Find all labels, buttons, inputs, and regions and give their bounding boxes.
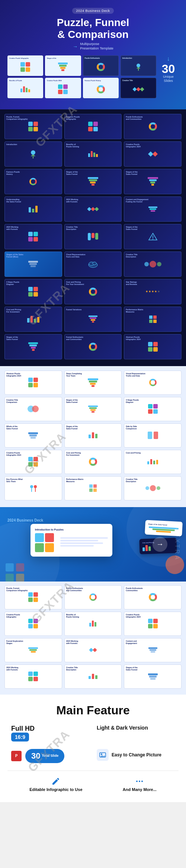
light-slide-7: Whole of theSales Funnel	[4, 423, 62, 448]
feature-version-text: Light & Dark Version	[97, 725, 175, 731]
mockup-text	[60, 537, 108, 548]
dark-slide-12: Content and EngagementFueling the Funnel	[124, 196, 182, 222]
picture-icon	[99, 751, 106, 759]
second-light-slide-8: 2024 Workingwith Funnels	[64, 638, 122, 662]
second-light-slide-3: Puzzle EnthusiastsCommunities	[124, 585, 182, 609]
svg-point-20	[34, 485, 37, 488]
dark-slides-grid-6: Stages of the SalesFunnel (Blue) Cloud R…	[4, 252, 182, 277]
second-light-slide-6: Creative PuzzleInfographic 2024	[124, 612, 182, 636]
feature-resolution-text: Full HD	[11, 725, 89, 733]
light-slide-4: Creative TitleComparison	[4, 397, 62, 421]
dark-slide-13: 2024 Workingwith Funnels	[4, 224, 62, 249]
dark-slide-11: 2024 Workingwith Funnels	[64, 196, 122, 222]
total-slides-number: 30	[31, 751, 40, 761]
svg-point-18	[30, 485, 33, 488]
hero-arrow-button[interactable]: →	[153, 537, 167, 552]
dark-slide-25: Stages of theSales Funnel	[4, 334, 62, 359]
dark-slide-9: Stages of theSales Funnel	[124, 169, 182, 194]
second-light-slide-4: Creative PuzzleInfographic	[4, 612, 62, 636]
light-slides-grid-4: Creative PuzzleInfographic 2024 Cost and…	[4, 450, 182, 474]
subtitle-row: → Multipurpose Presentation Template	[7, 42, 179, 51]
svg-rect-22	[89, 484, 93, 488]
mockup-puzzle	[35, 533, 57, 552]
dark-slides-grid-7: 4 Steps PuzzleDiagram Cost and PricingFo…	[4, 279, 182, 304]
feature-picture: Easy to Change Picture	[97, 749, 175, 763]
more-icon	[135, 777, 144, 786]
svg-rect-24	[89, 489, 93, 492]
gfxtra-side-watermark: GFXTRA	[174, 528, 180, 561]
dark-slide-23: Funnel Variations	[64, 307, 122, 332]
svg-point-31	[101, 753, 102, 755]
main-title: Puzzle, Funnel& Comparison	[7, 17, 179, 41]
light-slides-grid-3: Whole of theSales Funnel Stages of theSa…	[4, 423, 182, 448]
light-slide-6: 4 Stage PuzzleDiagram	[124, 397, 182, 421]
second-light-slide-12: Stages of theSales Funnel	[124, 664, 182, 689]
unique-slides-counter: ↓ 30 UniqueSlides	[158, 55, 179, 83]
picture-icon-container	[97, 749, 109, 761]
mockup-title: Introduction to Puzzles	[35, 528, 108, 531]
light-slide-12: Cost and Pricing	[124, 450, 182, 474]
preview-thumb-3: Puzzle Enthusiasts	[83, 55, 119, 76]
preview-thumb-6: Creative Puzzle 2024	[45, 78, 81, 98]
bottom-feature-editable: Editable Infographic to Use	[29, 777, 82, 792]
subtitle-text: Multipurpose Presentation Template	[80, 42, 113, 51]
second-light-slide-7: Funnel ExplorationStages	[4, 638, 62, 662]
dark-slide-24: Performance MatrixMeasures	[124, 307, 182, 332]
arrow-down-icon: ↓	[158, 55, 179, 62]
second-light-slide-9: Content andEngagement	[124, 638, 182, 662]
main-feature-title: Main Feature	[7, 704, 179, 717]
second-light-grid-3: Funnel ExplorationStages 2024 Workingwit…	[4, 638, 182, 662]
svg-point-35	[141, 781, 143, 782]
dark-slide-14: Creative TitleDescription	[64, 224, 122, 249]
svg-point-4	[31, 150, 35, 155]
dark-slides-grid-4: Understandingthe Sales Funnel 2024 Worki…	[4, 196, 182, 222]
dark-slide-20: Cost and PricingFor Your Investment	[64, 279, 122, 304]
dark-slide-17: Cloud RepresentationFacts and Data	[64, 252, 122, 277]
hero-year-badge: 2024 Business Deck	[7, 518, 135, 522]
light-slide-15: Creative TitleDescription	[124, 476, 182, 500]
dark-slide-19: 4 Steps PuzzleDiagram	[4, 279, 62, 304]
dark-slide-18: Creative TitleDescription	[124, 252, 182, 277]
light-slide-9: Side by SideComparison	[124, 423, 182, 448]
dark-slides-grid-9: Stages of theSales Funnel Funnel Enthusi…	[4, 334, 182, 359]
light-slides-grid-2: Creative TitleComparison Stages of theSa…	[4, 397, 182, 421]
light-slide-8: Stages of theSales Funnel	[64, 423, 122, 448]
feature-ppt-slides: P 30 Total Slide	[11, 749, 89, 763]
mockup-content	[35, 533, 108, 552]
dark-slides-grid-8: Cost and PricingFor Investment Funnel Va…	[4, 307, 182, 332]
dark-slides-grid-5: 2024 Workingwith Funnels Creative TitleD…	[4, 224, 182, 249]
dark-slide-16: Stages of the SalesFunnel (Blue)	[4, 252, 62, 277]
svg-rect-17	[153, 320, 157, 323]
second-light-grid-4: 2024 Workingwith Funnels Creative TitleD…	[4, 664, 182, 689]
preview-thumb-2: Stages of the	[45, 55, 81, 76]
dark-slide-21: Star Ratingsand Reviews ★ ★ ★ ★ ★	[124, 279, 182, 304]
svg-rect-26	[6, 563, 14, 571]
subtitle-arrow-icon: →	[73, 44, 78, 49]
editable-icon	[51, 777, 60, 786]
light-slide-1: Abstract PuzzleInfographic 2024	[4, 371, 62, 395]
dark-slide-6: Creative PuzzleInfographic 2024	[124, 141, 182, 167]
svg-rect-29	[16, 574, 24, 582]
dark-slide-10: Understandingthe Sales Funnel	[4, 196, 62, 222]
second-light-slide-2: Puzzle Enthusiastsand Communities	[64, 585, 122, 609]
feature-picture-text: Easy to Change Picture	[112, 752, 161, 758]
light-slides-grid-5: Key Persons WhatSets Them Performance Ma…	[4, 476, 182, 500]
preview-thumb-4: Introduction	[121, 55, 156, 76]
dark-slides-section: Puzzle, Funnel,Comparison Infographic Cr…	[0, 109, 186, 366]
svg-rect-15	[153, 316, 157, 319]
hero-section: GFXTRA 2024 Business Deck Introduction t…	[0, 507, 186, 582]
dark-slide-15: Stages of theSales Funnel	[124, 224, 182, 249]
year-badge: 2024 Business Deck	[72, 8, 113, 14]
light-slide-10: Creative PuzzleInfographic 2024	[4, 450, 62, 474]
preview-grid: Creative Puzzle Infographic	[7, 55, 179, 98]
svg-point-34	[139, 781, 140, 782]
feature-grid: Full HD 16:9 Light & Dark Version P 30 T…	[7, 725, 179, 771]
svg-point-0	[137, 64, 140, 67]
ppt-icon: P	[11, 751, 22, 761]
svg-marker-32	[100, 755, 105, 757]
light-slide-13: Key Persons WhatSets Them	[4, 476, 62, 500]
feature-aspect-ratio-badge: 16:9	[11, 733, 29, 742]
preview-thumb-8: Creative Title	[121, 78, 156, 98]
second-light-slide-5: Benefits ofPuzzle Solving	[64, 612, 122, 636]
dark-slide-7: Famous PuzzleHistory	[4, 169, 62, 194]
